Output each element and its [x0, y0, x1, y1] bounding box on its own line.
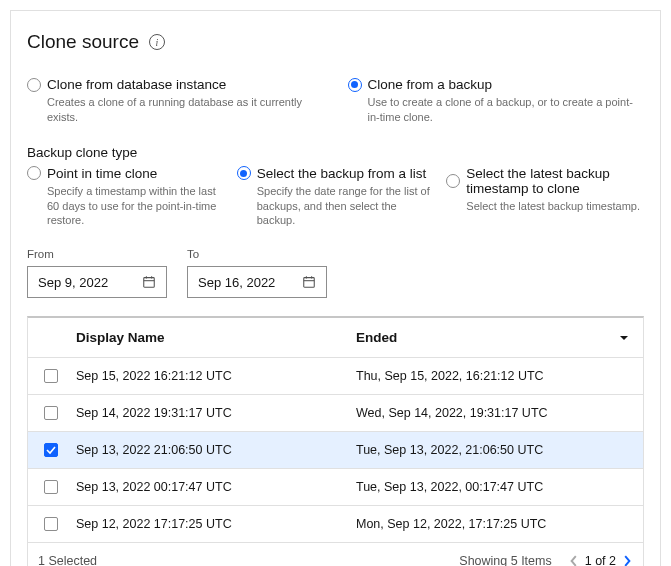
col-header-name[interactable]: Display Name	[74, 330, 356, 345]
date-from-value: Sep 9, 2022	[38, 275, 142, 290]
calendar-icon	[302, 275, 316, 289]
radio-icon	[27, 166, 41, 180]
row-ended: Thu, Sep 15, 2022, 16:21:12 UTC	[356, 369, 643, 383]
option-label: Clone from database instance	[47, 77, 226, 92]
row-checkbox[interactable]	[44, 480, 58, 494]
option-select-from-list[interactable]: Select the backup from a list Specify th…	[237, 166, 435, 229]
radio-icon	[237, 166, 251, 180]
option-label: Select the latest backup timestamp to cl…	[466, 166, 644, 196]
radio-icon	[27, 78, 41, 92]
date-to-label: To	[187, 248, 327, 260]
option-label: Point in time clone	[47, 166, 157, 181]
row-name: Sep 15, 2022 16:21:12 UTC	[74, 369, 356, 383]
row-ended: Tue, Sep 13, 2022, 00:17:47 UTC	[356, 480, 643, 494]
caret-down-icon	[619, 333, 629, 343]
row-checkbox[interactable]	[44, 517, 58, 531]
date-to-field: To Sep 16, 2022	[187, 248, 327, 298]
option-desc: Creates a clone of a running database as…	[47, 95, 324, 125]
option-desc: Specify the date range for the list of b…	[257, 184, 435, 229]
option-latest-timestamp[interactable]: Select the latest backup timestamp to cl…	[446, 166, 644, 229]
row-ended: Wed, Sep 14, 2022, 19:31:17 UTC	[356, 406, 643, 420]
backup-clone-type-options: Point in time clone Specify a timestamp …	[27, 166, 644, 229]
row-ended: Mon, Sep 12, 2022, 17:17:25 UTC	[356, 517, 643, 531]
selected-count: 1 Selected	[38, 554, 97, 566]
row-ended: Tue, Sep 13, 2022, 21:06:50 UTC	[356, 443, 643, 457]
date-to-value: Sep 16, 2022	[198, 275, 302, 290]
table-row[interactable]: Sep 12, 2022 17:17:25 UTC Mon, Sep 12, 2…	[28, 506, 643, 543]
table-header: Display Name Ended	[28, 318, 643, 358]
chevron-left-icon[interactable]	[568, 555, 580, 566]
table-row[interactable]: Sep 13, 2022 00:17:47 UTC Tue, Sep 13, 2…	[28, 469, 643, 506]
date-range: From Sep 9, 2022 To Sep 16, 2022	[27, 248, 644, 298]
option-label: Clone from a backup	[368, 77, 493, 92]
option-desc: Select the latest backup timestamp.	[466, 199, 644, 214]
date-from-input[interactable]: Sep 9, 2022	[27, 266, 167, 298]
col-header-ended-text: Ended	[356, 330, 397, 345]
col-header-ended[interactable]: Ended	[356, 330, 643, 345]
svg-rect-4	[304, 278, 315, 288]
row-name: Sep 13, 2022 21:06:50 UTC	[74, 443, 356, 457]
table-row[interactable]: Sep 15, 2022 16:21:12 UTC Thu, Sep 15, 2…	[28, 358, 643, 395]
row-name: Sep 13, 2022 00:17:47 UTC	[74, 480, 356, 494]
radio-icon	[348, 78, 362, 92]
info-icon[interactable]: i	[149, 34, 165, 50]
option-from-backup[interactable]: Clone from a backup Use to create a clon…	[348, 77, 645, 125]
option-point-in-time[interactable]: Point in time clone Specify a timestamp …	[27, 166, 225, 229]
svg-rect-0	[144, 278, 155, 288]
date-from-label: From	[27, 248, 167, 260]
table-footer: 1 Selected Showing 5 Items 1 of 2	[28, 543, 643, 566]
date-to-input[interactable]: Sep 16, 2022	[187, 266, 327, 298]
chevron-right-icon[interactable]	[621, 555, 633, 566]
row-checkbox[interactable]	[44, 369, 58, 383]
row-checkbox[interactable]	[44, 443, 58, 457]
option-desc: Use to create a clone of a backup, or to…	[368, 95, 645, 125]
row-name: Sep 14, 2022 19:31:17 UTC	[74, 406, 356, 420]
clone-source-options: Clone from database instance Creates a c…	[27, 77, 644, 125]
pager: 1 of 2	[568, 554, 633, 566]
table-row[interactable]: Sep 13, 2022 21:06:50 UTC Tue, Sep 13, 2…	[28, 432, 643, 469]
row-checkbox[interactable]	[44, 406, 58, 420]
page-indicator: 1 of 2	[585, 554, 616, 566]
table-row[interactable]: Sep 14, 2022 19:31:17 UTC Wed, Sep 14, 2…	[28, 395, 643, 432]
calendar-icon	[142, 275, 156, 289]
option-db-instance[interactable]: Clone from database instance Creates a c…	[27, 77, 324, 125]
backup-clone-type-label: Backup clone type	[27, 145, 644, 160]
panel-title-text: Clone source	[27, 31, 139, 53]
showing-count: Showing 5 Items	[459, 554, 551, 566]
clone-source-panel: Clone source i Clone from database insta…	[10, 10, 661, 566]
row-name: Sep 12, 2022 17:17:25 UTC	[74, 517, 356, 531]
option-label: Select the backup from a list	[257, 166, 427, 181]
backups-table: Display Name Ended Sep 15, 2022 16:21:12…	[27, 316, 644, 566]
radio-icon	[446, 174, 460, 188]
panel-title: Clone source i	[27, 31, 644, 53]
date-from-field: From Sep 9, 2022	[27, 248, 167, 298]
option-desc: Specify a timestamp within the last 60 d…	[47, 184, 225, 229]
